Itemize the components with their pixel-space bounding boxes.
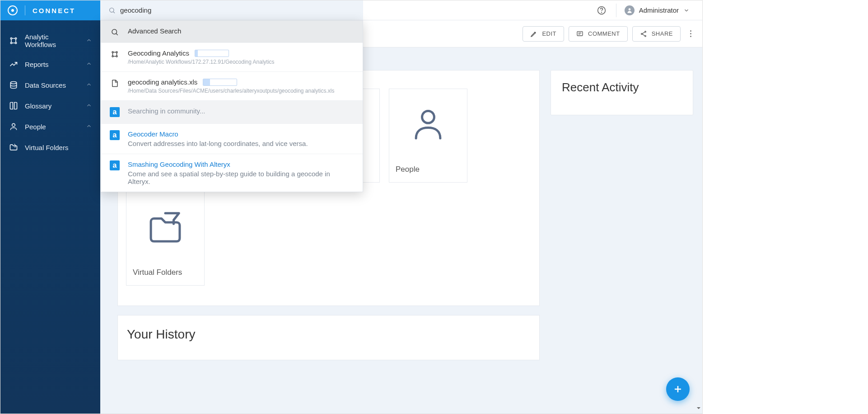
dropdown-item-title: geocoding analytics.xls (128, 78, 354, 86)
comment-icon (576, 30, 583, 38)
sidebar-item-label: Glossary (25, 102, 79, 110)
main-area: Administrator EDIT COMMENT SHARE (100, 0, 702, 414)
help-icon (597, 6, 606, 15)
svg-point-14 (422, 111, 434, 123)
chevron-down-icon (683, 7, 690, 14)
dropdown-result[interactable]: Geocoding Analytics /Home/Analytic Workf… (101, 43, 363, 72)
sidebar-nav: Analytic Workflows Reports Data Sources … (0, 20, 100, 165)
dropdown-community-label: Searching in community... (128, 107, 354, 115)
progress-bar (203, 79, 237, 86)
sidebar-item-label: Virtual Folders (25, 144, 92, 151)
dropdown-community-header: a Searching in community... (101, 101, 363, 124)
share-icon (640, 30, 647, 38)
topbar: Administrator (100, 0, 702, 20)
dropdown-result[interactable]: geocoding analytics.xls /Home/Data Sourc… (101, 72, 363, 101)
svg-point-9 (628, 8, 630, 10)
brand-bar[interactable]: CONNECT (0, 0, 100, 20)
progress-bar (195, 50, 229, 57)
svg-point-18 (112, 56, 113, 57)
user-menu[interactable]: Administrator (616, 5, 698, 15)
dropdown-item-desc: Convert addresses into lat-long coordina… (128, 140, 354, 147)
share-button[interactable]: SHARE (632, 26, 681, 42)
sidebar-item-people[interactable]: People (0, 116, 100, 137)
history-panel: Your History (117, 315, 540, 360)
sidebar-item-label: Data Sources (25, 81, 79, 89)
sidebar-item-virtual-folders[interactable]: Virtual Folders (0, 137, 100, 158)
avatar-icon (625, 5, 635, 15)
svg-rect-10 (577, 31, 583, 35)
workflow-icon (110, 49, 120, 58)
dropdown-item-title: Smashing Geocoding With Alteryx (128, 160, 354, 168)
tile-label: People (389, 159, 467, 182)
svg-point-15 (112, 29, 117, 34)
svg-point-2 (10, 42, 12, 43)
tile-people[interactable]: People (389, 89, 467, 183)
chevron-up-icon (86, 81, 92, 89)
person-icon (389, 89, 467, 159)
search-icon (110, 27, 120, 36)
brand-text: CONNECT (33, 7, 75, 14)
dropdown-item-desc: Come and see a spatial step-by-step guid… (128, 170, 354, 185)
sidebar-item-data-sources[interactable]: Data Sources (0, 75, 100, 95)
svg-point-1 (15, 38, 16, 39)
add-fab[interactable] (666, 377, 690, 401)
folder-filter-icon (126, 192, 204, 262)
share-label: SHARE (652, 30, 673, 37)
chevron-up-icon (86, 102, 92, 110)
scroll-down-indicator[interactable] (696, 405, 701, 413)
trend-icon (9, 59, 19, 69)
comment-button[interactable]: COMMENT (569, 26, 628, 42)
tile-virtual-folders[interactable]: Virtual Folders (126, 192, 205, 286)
dropdown-community-result[interactable]: a Geocoder Macro Convert addresses into … (101, 124, 363, 154)
search-dropdown: Advanced Search Geocoding Analytics /Hom… (100, 20, 363, 192)
dropdown-item-path: /Home/Analytic Workflows/172.27.12.91/Ge… (128, 59, 354, 65)
svg-point-0 (10, 38, 12, 39)
svg-point-4 (10, 82, 16, 84)
svg-point-8 (601, 12, 602, 12)
user-name: Administrator (639, 6, 679, 14)
recent-activity-title: Recent Activity (562, 80, 682, 94)
recent-activity-panel: Recent Activity (551, 70, 693, 115)
brand-logo-icon (8, 5, 18, 15)
community-icon: a (110, 160, 120, 170)
dropdown-item-title: Advanced Search (128, 27, 354, 35)
file-icon (110, 78, 120, 87)
sidebar-item-label: Reports (25, 61, 79, 68)
svg-point-11 (644, 31, 646, 33)
dropdown-advanced-search[interactable]: Advanced Search (101, 21, 363, 43)
dropdown-item-title: Geocoder Macro (128, 130, 354, 138)
sidebar-item-label: People (25, 123, 79, 131)
history-title: Your History (127, 327, 530, 342)
svg-point-6 (110, 8, 114, 12)
svg-point-5 (12, 123, 15, 127)
plus-icon (672, 384, 683, 395)
sidebar-item-reports[interactable]: Reports (0, 54, 100, 75)
chevron-up-icon (86, 61, 92, 68)
edit-button[interactable]: EDIT (523, 26, 564, 42)
sidebar: CONNECT Analytic Workflows Reports Data … (0, 0, 100, 414)
chevron-up-icon (86, 123, 92, 131)
person-icon (9, 122, 19, 132)
community-icon: a (110, 107, 120, 117)
comment-label: COMMENT (588, 30, 620, 37)
svg-point-16 (112, 52, 113, 53)
svg-point-17 (116, 52, 117, 53)
sidebar-item-glossary[interactable]: Glossary (0, 95, 100, 116)
more-menu[interactable] (685, 28, 696, 40)
dropdown-community-result[interactable]: a Smashing Geocoding With Alteryx Come a… (101, 154, 363, 192)
search-input[interactable] (120, 6, 355, 14)
tile-label: Virtual Folders (126, 262, 204, 285)
pencil-icon (530, 30, 537, 38)
database-icon (9, 80, 19, 90)
help-button[interactable] (593, 6, 610, 15)
sidebar-item-label: Analytic Workflows (25, 33, 79, 48)
search-field[interactable] (100, 0, 363, 20)
dropdown-item-title: Geocoding Analytics (128, 49, 354, 57)
svg-point-19 (116, 56, 117, 57)
dropdown-item-path: /Home/Data Sources/Files/ACME/users/char… (128, 88, 354, 94)
folder-filter-icon (9, 142, 19, 152)
search-icon (108, 7, 116, 14)
workflow-icon (9, 36, 19, 46)
sidebar-item-analytic-workflows[interactable]: Analytic Workflows (0, 28, 100, 54)
svg-point-12 (641, 33, 642, 34)
